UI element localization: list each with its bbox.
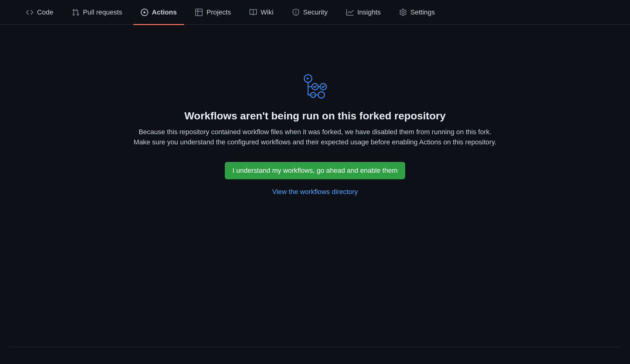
tab-label: Settings — [410, 8, 435, 16]
tab-pull-requests[interactable]: Pull requests — [65, 0, 130, 25]
footer-divider — [9, 347, 621, 347]
tab-label: Wiki — [261, 8, 274, 16]
page-heading: Workflows aren't being run on this forke… — [184, 110, 446, 122]
tab-settings[interactable]: Settings — [392, 0, 443, 25]
code-icon — [26, 9, 33, 16]
tab-projects[interactable]: Projects — [188, 0, 238, 25]
tab-security[interactable]: Security — [285, 0, 335, 25]
gear-icon — [399, 9, 407, 16]
repo-tab-nav: Code Pull requests Actions Projects Wiki… — [0, 0, 630, 25]
shield-icon — [292, 9, 300, 16]
tab-label: Security — [303, 8, 328, 16]
svg-point-5 — [313, 94, 314, 95]
tab-insights[interactable]: Insights — [339, 0, 388, 25]
main-content: Workflows aren't being run on this forke… — [0, 25, 630, 196]
tab-label: Insights — [357, 8, 381, 16]
tab-label: Actions — [152, 8, 177, 16]
svg-point-4 — [312, 94, 313, 95]
workflow-icon — [302, 74, 328, 101]
graph-icon — [346, 9, 354, 16]
tab-wiki[interactable]: Wiki — [242, 0, 281, 25]
git-pull-request-icon — [72, 9, 79, 16]
tab-code[interactable]: Code — [19, 0, 61, 25]
tab-label: Pull requests — [83, 8, 122, 16]
tab-actions[interactable]: Actions — [133, 0, 184, 25]
svg-point-3 — [311, 92, 316, 97]
tab-label: Code — [37, 8, 53, 16]
play-icon — [141, 9, 148, 16]
enable-workflows-button[interactable]: I understand my workflows, go ahead and … — [225, 162, 405, 179]
svg-point-6 — [318, 92, 325, 98]
page-description: Because this repository contained workfl… — [130, 127, 500, 147]
table-icon — [195, 9, 203, 16]
book-icon — [250, 9, 257, 16]
tab-label: Projects — [206, 8, 231, 16]
view-workflows-link[interactable]: View the workflows directory — [272, 188, 358, 196]
